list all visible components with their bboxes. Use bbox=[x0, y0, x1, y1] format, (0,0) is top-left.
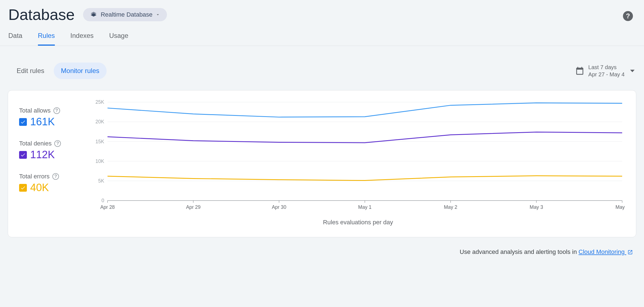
svg-text:10K: 10K bbox=[96, 158, 104, 164]
help-icon: ? bbox=[626, 12, 630, 20]
help-icon[interactable]: ? bbox=[54, 140, 61, 147]
svg-text:20K: 20K bbox=[96, 119, 104, 124]
svg-text:Apr 30: Apr 30 bbox=[272, 204, 286, 210]
svg-text:May 2: May 2 bbox=[444, 204, 457, 210]
external-link-icon bbox=[627, 249, 633, 255]
metric-label: Total denies bbox=[19, 140, 51, 147]
metric-errors-toggle[interactable] bbox=[19, 184, 27, 192]
metric-value: 40K bbox=[30, 182, 49, 194]
subtab-monitor-rules[interactable]: Monitor rules bbox=[54, 63, 107, 79]
metric-value: 161K bbox=[30, 116, 55, 128]
page-header: Database Realtime Database ? bbox=[0, 0, 644, 24]
chevron-down-icon bbox=[155, 12, 160, 17]
rules-subheader: Edit rules Monitor rules Last 7 days Apr… bbox=[0, 46, 644, 85]
help-icon[interactable]: ? bbox=[52, 173, 59, 180]
tab-rules[interactable]: Rules bbox=[38, 32, 55, 46]
metric-label: Total errors bbox=[19, 173, 50, 180]
metric-value: 112K bbox=[30, 149, 55, 161]
svg-text:5K: 5K bbox=[98, 178, 104, 184]
svg-text:May 4: May 4 bbox=[615, 204, 625, 210]
chevron-down-icon bbox=[630, 70, 635, 72]
date-range-text: Last 7 days Apr 27 - May 4 bbox=[588, 64, 625, 78]
svg-text:May 3: May 3 bbox=[530, 204, 543, 210]
check-icon bbox=[20, 185, 26, 191]
subtab-edit-rules[interactable]: Edit rules bbox=[9, 63, 51, 79]
svg-text:25K: 25K bbox=[96, 99, 104, 105]
metric-total-denies: Total denies ? 112K bbox=[19, 140, 80, 161]
svg-text:May 1: May 1 bbox=[358, 204, 372, 210]
footer-text: Use advanced analysis and alerting tools… bbox=[460, 248, 578, 255]
metric-allows-toggle[interactable] bbox=[19, 118, 27, 126]
rules-subtabs: Edit rules Monitor rules bbox=[9, 63, 107, 79]
svg-text:Apr 28: Apr 28 bbox=[100, 204, 115, 210]
calendar-icon bbox=[575, 66, 584, 76]
svg-text:0: 0 bbox=[102, 198, 104, 203]
date-range-picker[interactable]: Last 7 days Apr 27 - May 4 bbox=[575, 64, 635, 78]
date-range-label: Last 7 days bbox=[588, 64, 625, 71]
metric-denies-toggle[interactable] bbox=[19, 151, 27, 159]
tab-usage[interactable]: Usage bbox=[109, 32, 128, 46]
date-range-dates: Apr 27 - May 4 bbox=[588, 71, 625, 78]
main-tabs: Data Rules Indexes Usage bbox=[0, 24, 644, 46]
tab-data[interactable]: Data bbox=[8, 32, 22, 46]
metric-total-errors: Total errors ? 40K bbox=[19, 173, 80, 194]
metrics-legend: Total allows ? 161K Total denies ? 112K bbox=[19, 99, 80, 226]
svg-text:15K: 15K bbox=[96, 139, 104, 144]
chart-container: 05K10K15K20K25KApr 28Apr 29Apr 30May 1Ma… bbox=[91, 99, 625, 226]
help-icon[interactable]: ? bbox=[53, 107, 60, 114]
database-selector-dropdown[interactable]: Realtime Database bbox=[83, 8, 167, 21]
metric-label: Total allows bbox=[19, 107, 51, 114]
svg-text:Apr 29: Apr 29 bbox=[186, 204, 200, 210]
realtime-database-icon bbox=[90, 11, 97, 19]
help-button[interactable]: ? bbox=[623, 11, 633, 21]
footer-cloud-monitoring: Use advanced analysis and alerting tools… bbox=[0, 243, 644, 261]
rules-evaluations-chart: 05K10K15K20K25KApr 28Apr 29Apr 30May 1Ma… bbox=[91, 99, 625, 215]
page-title: Database bbox=[8, 6, 75, 24]
metric-total-allows: Total allows ? 161K bbox=[19, 107, 80, 128]
monitor-rules-card: Total allows ? 161K Total denies ? 112K bbox=[8, 90, 636, 237]
check-icon bbox=[20, 152, 26, 158]
database-selector-label: Realtime Database bbox=[101, 11, 153, 18]
check-icon bbox=[20, 119, 26, 125]
cloud-monitoring-link[interactable]: Cloud Monitoring bbox=[579, 248, 633, 255]
tab-indexes[interactable]: Indexes bbox=[70, 32, 94, 46]
chart-x-axis-label: Rules evaluations per day bbox=[91, 219, 625, 226]
